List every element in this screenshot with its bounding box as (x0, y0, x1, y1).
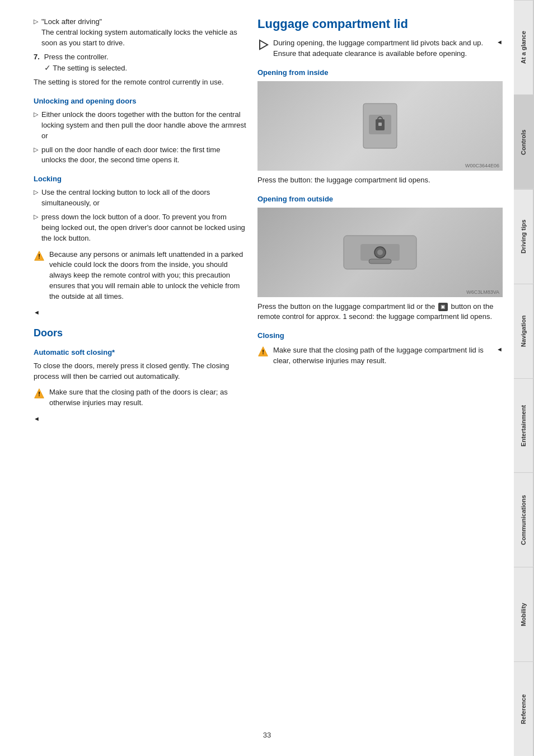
step-7-result: The setting is selected. (53, 64, 127, 72)
tab-entertainment-label: Entertainment (520, 405, 527, 446)
remote-button-icon: ▣ (438, 303, 448, 311)
sidebar-tab-controls[interactable]: Controls (514, 95, 534, 189)
opening-inside-image: W00C3644E06 (257, 81, 503, 171)
locking-warning-box: ! Because any persons or animals left un… (34, 250, 246, 302)
luggage-heading: Luggage compartment lid (257, 17, 503, 31)
bullet-arrow-icon: ▷ (34, 17, 38, 49)
sidebar: At a glance Controls Driving tips Naviga… (514, 0, 534, 756)
opening-inside-caption: Press the button: the luggage compartmen… (257, 175, 503, 186)
svg-text:!: ! (38, 253, 40, 260)
checkmark-icon: ✓ (44, 63, 51, 72)
tab-controls-label: Controls (520, 129, 527, 154)
doors-return-arrow: ◄ (34, 415, 40, 422)
unlock-text-1: Either unlock the doors together with th… (41, 110, 246, 142)
luggage-note-text: During opening, the luggage compartment … (273, 38, 492, 59)
locking-arrow-1: ▷ (34, 188, 38, 209)
step-7-action: Press the controller. (44, 53, 109, 61)
opening-outside-caption: Press the button on the luggage compartm… (257, 302, 503, 323)
inside-img-watermark: W00C3644E06 (465, 163, 499, 168)
locking-bullet-1: ▷ Use the central locking button to lock… (34, 187, 246, 209)
left-column: ▷ "Lock after driving" The central locki… (34, 17, 246, 734)
tab-driving-tips-label: Driving tips (520, 219, 527, 253)
doors-warning-triangle-icon: ! (34, 388, 45, 399)
unlock-bullet-1: ▷ Either unlock the doors together with … (34, 110, 246, 142)
svg-rect-14 (369, 259, 391, 264)
tab-reference-label: Reference (520, 694, 527, 724)
sidebar-tab-driving-tips[interactable]: Driving tips (514, 189, 534, 284)
note-play-icon (257, 39, 269, 50)
lock-after-driving-label: "Lock after driving" (41, 17, 102, 26)
closing-warning-box: ! Make sure that the closing path of the… (257, 345, 503, 367)
unlock-bullet-2: ▷ pull on the door handle of each door t… (34, 145, 246, 166)
unlock-text-2: pull on the door handle of each door twi… (41, 145, 246, 166)
sidebar-tab-communications[interactable]: Communications (514, 472, 534, 567)
locking-text-1: Use the central locking button to lock a… (41, 187, 246, 209)
closing-warning-text: Make sure that the closing path of the l… (273, 345, 492, 367)
step-7-number: 7. (34, 52, 40, 74)
tab-mobility-label: Mobility (520, 603, 527, 626)
unlock-arrow-1: ▷ (34, 110, 38, 142)
auto-soft-closing-heading: Automatic soft closing* (34, 348, 246, 356)
locking-warning-text: Because any persons or animals left unat… (49, 250, 246, 302)
svg-text:!: ! (262, 349, 264, 355)
warning-triangle-icon: ! (34, 250, 45, 261)
locking-heading: Locking (34, 175, 246, 183)
right-column: Luggage compartment lid During opening, … (257, 17, 503, 734)
unlock-arrow-2: ▷ (34, 145, 38, 166)
tab-navigation-label: Navigation (520, 315, 527, 346)
locking-arrow-2: ▷ (34, 213, 38, 244)
inside-image-graphic (352, 98, 408, 154)
outside-image-graphic (338, 224, 422, 280)
svg-point-13 (377, 250, 383, 255)
closing-warning-triangle-icon: ! (257, 346, 269, 357)
page-number: 33 (263, 731, 271, 739)
doors-warning-box: ! Make sure that the closing path of the… (34, 387, 246, 408)
locking-text-2: press down the lock button of a door. To… (41, 212, 246, 244)
sidebar-tab-mobility[interactable]: Mobility (514, 567, 534, 661)
outside-img-watermark: W6C3LM83VA (466, 289, 499, 295)
closing-return-arrow: ◄ (496, 345, 503, 367)
locking-bullet-2: ▷ press down the lock button of a door. … (34, 212, 246, 244)
svg-marker-4 (260, 40, 268, 49)
doors-heading: Doors (34, 327, 246, 339)
locking-return-arrow: ◄ (34, 309, 40, 316)
lock-after-driving-item: ▷ "Lock after driving" The central locki… (34, 17, 246, 49)
tab-at-a-glance-label: At a glance (520, 31, 527, 64)
sidebar-tab-navigation[interactable]: Navigation (514, 284, 534, 378)
sidebar-tab-reference[interactable]: Reference (514, 661, 534, 756)
opening-outside-image: W6C3LM83VA (257, 208, 503, 297)
opening-inside-heading: Opening from inside (257, 68, 503, 77)
sidebar-tab-at-a-glance[interactable]: At a glance (514, 0, 534, 95)
doors-warning-text: Make sure that the closing path of the d… (49, 387, 246, 408)
luggage-note: During opening, the luggage compartment … (257, 38, 503, 59)
auto-soft-closing-desc: To close the doors, merely press it clos… (34, 361, 246, 382)
opening-outside-heading: Opening from outside (257, 195, 503, 203)
svg-rect-9 (378, 123, 382, 126)
svg-text:!: ! (38, 391, 40, 397)
tab-communications-label: Communications (520, 495, 527, 545)
luggage-note-return: ◄ (496, 38, 503, 59)
intro-text: The setting is stored for the remote con… (34, 77, 246, 88)
unlocking-heading: Unlocking and opening doors (34, 97, 246, 105)
step-7-item: 7. Press the controller. ✓ The setting i… (34, 52, 246, 74)
outside-caption-pre: Press the button on the luggage compartm… (257, 302, 435, 311)
lock-after-driving-desc: The central locking system automatically… (41, 28, 237, 47)
closing-heading: Closing (257, 331, 503, 340)
sidebar-tab-entertainment[interactable]: Entertainment (514, 378, 534, 473)
